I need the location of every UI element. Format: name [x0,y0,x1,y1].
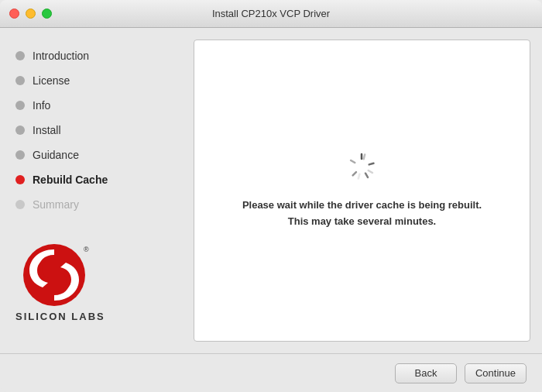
spinner-message-line2: This may take several minutes. [288,215,436,227]
svg-line-8 [369,170,372,173]
window-controls[interactable] [9,9,52,19]
maximize-button[interactable] [42,9,52,19]
spinner-message-line1: Please wait while the driver cache is be… [242,199,482,211]
svg-line-4 [365,174,368,177]
svg-line-3 [369,162,374,167]
sidebar-dot-guidance [15,150,25,160]
sidebar-label-summary: Summary [33,198,79,211]
minimize-button[interactable] [26,9,36,19]
silicon-labs-logo-svg: ® [15,238,108,308]
close-button[interactable] [9,9,19,19]
sidebar-dot-license [15,76,25,85]
sidebar-items: Introduction License Info Install Guidan… [0,43,194,217]
sidebar-item-summary[interactable]: Summary [0,192,194,217]
bottom-bar: Back Continue [0,353,542,392]
svg-text:®: ® [84,246,89,253]
sidebar-dot-info [15,101,25,110]
sidebar-label-license: License [33,74,70,87]
main-content: Introduction License Info Install Guidan… [0,28,542,353]
window-title: Install CP210x VCP Driver [212,8,330,19]
sidebar-label-install: Install [33,124,61,136]
spinner-message: Please wait while the driver cache is be… [242,198,482,230]
content-area: Please wait while the driver cache is be… [194,40,530,342]
sidebar-logo: ® SILICON LABS [0,230,194,338]
sidebar-item-license[interactable]: License [0,68,194,93]
sidebar-item-introduction[interactable]: Introduction [0,43,194,68]
sidebar-dot-summary [15,200,25,209]
spinner-svg [346,151,377,182]
svg-line-9 [357,174,362,179]
continue-button[interactable]: Continue [465,363,527,383]
svg-line-5 [353,172,356,175]
sidebar-dot-rebuild-cache [15,175,25,184]
logo-text: SILICON LABS [15,311,105,322]
sidebar-label-guidance: Guidance [33,149,79,161]
sidebar-dot-install [15,126,25,135]
sidebar-label-introduction: Introduction [33,50,89,62]
logo-container: ® SILICON LABS [15,238,178,322]
sidebar-dot-introduction [15,51,25,60]
sidebar-item-info[interactable]: Info [0,93,194,118]
spinner-container: Please wait while the driver cache is be… [242,151,482,230]
svg-line-6 [352,160,355,163]
sidebar-label-rebuild-cache: Rebuild Cache [33,174,108,186]
sidebar-item-rebuild-cache[interactable]: Rebuild Cache [0,167,194,192]
sidebar-label-info: Info [33,99,50,112]
sidebar-item-guidance[interactable]: Guidance [0,143,194,167]
loading-spinner [346,151,377,182]
title-bar: Install CP210x VCP Driver [0,0,542,28]
svg-line-7 [362,155,367,160]
back-button[interactable]: Back [395,363,457,383]
sidebar: Introduction License Info Install Guidan… [0,28,194,353]
sidebar-item-install[interactable]: Install [0,118,194,143]
